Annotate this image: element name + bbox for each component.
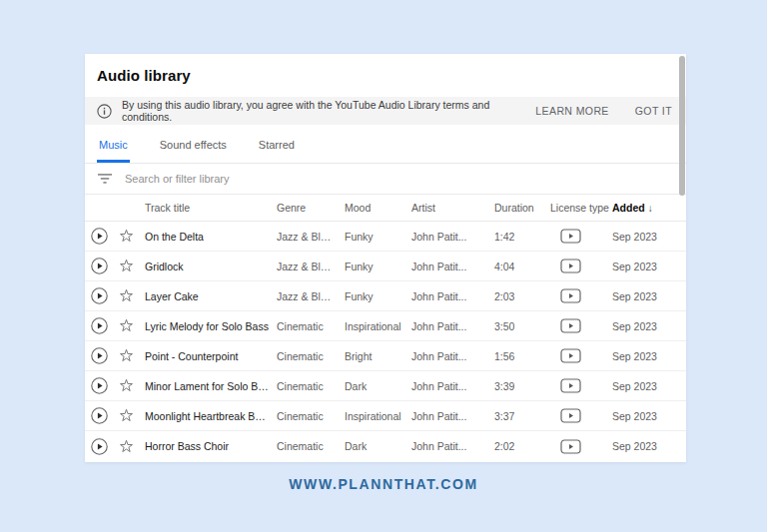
artist-cell: John Patit... <box>411 440 494 452</box>
duration-cell: 3:39 <box>494 380 550 392</box>
play-button[interactable] <box>91 377 119 394</box>
tab-starred[interactable]: Starred <box>257 139 297 163</box>
license-icon[interactable] <box>560 229 581 244</box>
duration-cell: 2:02 <box>494 440 550 452</box>
track-title: Horror Bass Choir <box>145 440 277 452</box>
header-added-sort[interactable]: Added ↓ <box>612 202 676 214</box>
play-button[interactable] <box>91 317 119 334</box>
table-row[interactable]: Minor Lament for Solo BassCinematicDarkJ… <box>85 371 686 401</box>
play-button[interactable] <box>91 438 119 455</box>
play-button[interactable] <box>91 407 119 424</box>
search-input[interactable] <box>125 173 674 185</box>
play-button[interactable] <box>91 347 119 364</box>
genre-cell: Jazz & Blues <box>277 261 345 272</box>
table-header-row: Track title Genre Mood Artist Duration L… <box>85 195 686 222</box>
filter-icon <box>97 173 113 185</box>
license-icon[interactable] <box>560 408 581 423</box>
added-date-cell: Sep 2023 <box>612 320 676 332</box>
star-icon[interactable] <box>119 318 145 333</box>
track-title: Gridlock <box>145 261 277 272</box>
table-row[interactable]: Layer CakeJazz & BluesFunkyJohn Patit...… <box>85 281 686 311</box>
mood-cell: Funky <box>345 261 411 272</box>
license-icon[interactable] <box>560 259 581 273</box>
star-icon[interactable] <box>119 288 145 303</box>
track-title: Layer Cake <box>145 290 277 302</box>
license-icon[interactable] <box>560 378 581 393</box>
added-date-cell: Sep 2023 <box>612 440 676 452</box>
tab-bar: Music Sound effects Starred <box>85 125 686 164</box>
license-icon[interactable] <box>560 439 581 454</box>
duration-cell: 2:03 <box>494 290 550 302</box>
duration-cell: 4:04 <box>494 261 550 272</box>
star-icon[interactable] <box>119 439 145 454</box>
title-row: Audio library <box>85 54 686 97</box>
star-icon[interactable] <box>119 378 145 393</box>
mood-cell: Funky <box>345 231 411 243</box>
added-date-cell: Sep 2023 <box>612 261 676 272</box>
table-row[interactable]: On the DeltaJazz & BluesFunkyJohn Patit.… <box>85 222 686 252</box>
learn-more-button[interactable]: LEARN MORE <box>535 105 608 117</box>
table-body: On the DeltaJazz & BluesFunkyJohn Patit.… <box>85 222 686 461</box>
search-row <box>85 164 686 195</box>
banner-text: By using this audio library, you agree w… <box>122 99 535 123</box>
artist-cell: John Patit... <box>411 410 494 422</box>
header-mood: Mood <box>345 202 411 214</box>
artist-cell: John Patit... <box>411 231 494 243</box>
watermark-text: WWW.PLANNTHAT.COM <box>0 476 767 492</box>
page-title: Audio library <box>97 67 191 84</box>
artist-cell: John Patit... <box>411 290 494 302</box>
added-date-cell: Sep 2023 <box>612 410 676 422</box>
got-it-button[interactable]: GOT IT <box>635 105 672 117</box>
table-row[interactable]: GridlockJazz & BluesFunkyJohn Patit...4:… <box>85 252 686 281</box>
play-button[interactable] <box>91 258 119 274</box>
star-icon[interactable] <box>119 229 145 244</box>
genre-cell: Cinematic <box>277 410 345 422</box>
play-button[interactable] <box>91 228 119 245</box>
audio-library-window: Audio library By using this audio librar… <box>85 54 686 462</box>
tab-sound-effects[interactable]: Sound effects <box>158 139 229 163</box>
table-row[interactable]: Point - CounterpointCinematicBrightJohn … <box>85 341 686 371</box>
header-duration: Duration <box>494 202 550 214</box>
added-date-cell: Sep 2023 <box>612 380 676 392</box>
vertical-scrollbar[interactable] <box>679 56 685 196</box>
header-track-title: Track title <box>145 202 277 214</box>
added-date-cell: Sep 2023 <box>612 290 676 302</box>
mood-cell: Dark <box>345 440 411 452</box>
mood-cell: Bright <box>345 350 411 362</box>
header-artist: Artist <box>411 202 494 214</box>
table-row[interactable]: Moonlight Heartbreak Bass...CinematicIns… <box>85 401 686 431</box>
artist-cell: John Patit... <box>411 320 494 332</box>
play-button[interactable] <box>91 287 119 304</box>
genre-cell: Jazz & Blues <box>277 231 345 243</box>
tab-music[interactable]: Music <box>97 139 130 163</box>
license-icon[interactable] <box>560 318 581 333</box>
mood-cell: Funky <box>345 290 411 302</box>
header-genre: Genre <box>277 202 345 214</box>
header-license-type: License type <box>550 202 612 214</box>
table-row[interactable]: Horror Bass ChoirCinematicDarkJohn Patit… <box>85 431 686 461</box>
duration-cell: 3:37 <box>494 410 550 422</box>
track-title: On the Delta <box>145 231 277 243</box>
info-icon <box>97 104 112 119</box>
artist-cell: John Patit... <box>411 380 494 392</box>
duration-cell: 3:50 <box>494 320 550 332</box>
mood-cell: Dark <box>345 380 411 392</box>
table-row[interactable]: Lyric Melody for Solo BassCinematicInspi… <box>85 311 686 341</box>
added-date-cell: Sep 2023 <box>612 231 676 243</box>
star-icon[interactable] <box>119 259 145 273</box>
genre-cell: Cinematic <box>277 350 345 362</box>
mood-cell: Inspirational <box>345 410 411 422</box>
genre-cell: Cinematic <box>277 440 345 452</box>
mood-cell: Inspirational <box>345 320 411 332</box>
star-icon[interactable] <box>119 348 145 363</box>
duration-cell: 1:56 <box>494 350 550 362</box>
track-title: Lyric Melody for Solo Bass <box>145 320 277 332</box>
license-icon[interactable] <box>560 288 581 303</box>
duration-cell: 1:42 <box>494 231 550 243</box>
added-date-cell: Sep 2023 <box>612 350 676 362</box>
license-icon[interactable] <box>560 348 581 363</box>
artist-cell: John Patit... <box>411 350 494 362</box>
terms-banner: By using this audio library, you agree w… <box>85 97 686 125</box>
genre-cell: Jazz & Blues <box>277 290 345 302</box>
star-icon[interactable] <box>119 408 145 423</box>
